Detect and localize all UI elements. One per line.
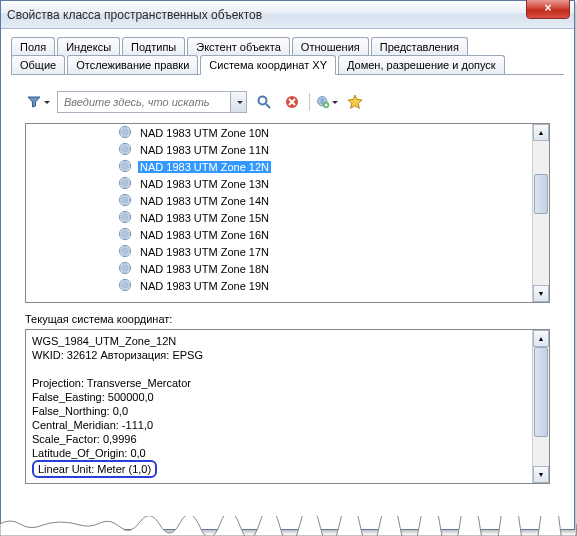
details-line xyxy=(32,362,526,376)
crs-item-label: NAD 1983 UTM Zone 11N xyxy=(138,144,271,156)
close-button[interactable]: × xyxy=(526,0,570,19)
search-go-button[interactable] xyxy=(253,91,275,113)
globe-icon xyxy=(118,278,132,294)
globe-icon xyxy=(118,142,132,158)
crs-item[interactable]: NAD 1983 UTM Zone 12N xyxy=(116,158,532,175)
crs-item[interactable]: NAD 1983 UTM Zone 13N xyxy=(116,175,532,192)
clear-icon xyxy=(284,94,300,110)
scroll-up[interactable]: ▲ xyxy=(533,124,549,141)
crs-item[interactable]: NAD 1983 UTM Zone 18N xyxy=(116,260,532,277)
crs-list-inner[interactable]: NAD 1983 UTM Zone 10NNAD 1983 UTM Zone 1… xyxy=(26,124,532,302)
crs-item-label: NAD 1983 UTM Zone 15N xyxy=(138,212,271,224)
details-scrollbar[interactable]: ▲ ▼ xyxy=(532,330,549,483)
tab-general[interactable]: Общие xyxy=(11,55,65,74)
search-dropdown[interactable] xyxy=(230,92,246,112)
details-line: Latitude_Of_Origin: 0,0 xyxy=(32,446,526,460)
search-icon xyxy=(256,94,272,110)
details-line: Scale_Factor: 0,9996 xyxy=(32,432,526,446)
favorites-button[interactable] xyxy=(344,91,366,113)
separator xyxy=(309,93,310,111)
svg-line-1 xyxy=(266,104,270,108)
crs-item[interactable]: NAD 1983 UTM Zone 11N xyxy=(116,141,532,158)
content-area: Поля Индексы Подтипы Экстент объекта Отн… xyxy=(1,29,574,502)
add-cs-button[interactable] xyxy=(316,91,338,113)
tab-domain[interactable]: Домен, разрешение и допуск xyxy=(338,55,505,74)
clear-button[interactable] xyxy=(281,91,303,113)
globe-icon xyxy=(118,125,132,141)
details-line: WGS_1984_UTM_Zone_12N xyxy=(32,334,526,348)
details-frame: WGS_1984_UTM_Zone_12NWKID: 32612 Авториз… xyxy=(25,329,550,484)
crs-item-label: NAD 1983 UTM Zone 14N xyxy=(138,195,271,207)
crs-item-label: NAD 1983 UTM Zone 13N xyxy=(138,178,271,190)
details-line: WKID: 32612 Авторизация: EPSG xyxy=(32,348,526,362)
crs-item[interactable]: NAD 1983 UTM Zone 17N xyxy=(116,243,532,260)
current-cs-label: Текущая система координат: xyxy=(25,313,550,325)
xy-cs-panel: NAD 1983 UTM Zone 10NNAD 1983 UTM Zone 1… xyxy=(11,81,564,494)
details-line-highlighted: Linear Unit: Meter (1,0) xyxy=(32,460,526,478)
search-field[interactable] xyxy=(58,96,230,108)
crs-item-label: NAD 1983 UTM Zone 18N xyxy=(138,263,271,275)
globe-icon xyxy=(118,261,132,277)
globe-icon xyxy=(118,176,132,192)
crs-item[interactable]: NAD 1983 UTM Zone 19N xyxy=(116,277,532,294)
scroll-down[interactable]: ▼ xyxy=(533,285,549,302)
chevron-down-icon xyxy=(44,101,50,104)
crs-item-label: NAD 1983 UTM Zone 17N xyxy=(138,246,271,258)
globe-icon xyxy=(118,210,132,226)
scroll-thumb[interactable] xyxy=(534,347,548,437)
funnel-icon xyxy=(26,93,42,111)
tab-xy-cs[interactable]: Система координат XY xyxy=(200,55,336,74)
linear-unit-highlight: Linear Unit: Meter (1,0) xyxy=(32,460,157,478)
properties-window: Свойства класса пространственных объекто… xyxy=(0,0,575,530)
crs-item[interactable]: NAD 1983 UTM Zone 10N xyxy=(116,124,532,141)
window-title: Свойства класса пространственных объекто… xyxy=(7,8,262,22)
details-text: WGS_1984_UTM_Zone_12NWKID: 32612 Авториз… xyxy=(26,330,532,483)
tab-indexes[interactable]: Индексы xyxy=(57,37,120,56)
scroll-thumb[interactable] xyxy=(534,174,548,214)
tab-subtypes[interactable]: Подтипы xyxy=(122,37,185,56)
scroll-down[interactable]: ▼ xyxy=(533,466,549,483)
globe-icon xyxy=(118,227,132,243)
close-icon: × xyxy=(544,1,551,15)
tab-representations[interactable]: Представления xyxy=(371,37,468,56)
chevron-down-icon xyxy=(237,101,243,104)
details-line: Central_Meridian: -111,0 xyxy=(32,418,526,432)
details-line: False_Northing: 0,0 xyxy=(32,404,526,418)
star-icon xyxy=(347,94,363,110)
crs-item[interactable]: NAD 1983 UTM Zone 14N xyxy=(116,192,532,209)
globe-plus-icon xyxy=(316,93,330,111)
toolbar xyxy=(25,91,550,113)
tab-fields[interactable]: Поля xyxy=(11,37,55,56)
tab-extent[interactable]: Экстент объекта xyxy=(187,37,290,56)
globe-icon xyxy=(118,193,132,209)
crs-item-label: NAD 1983 UTM Zone 16N xyxy=(138,229,271,241)
tab-relations[interactable]: Отношения xyxy=(292,37,369,56)
globe-icon xyxy=(118,159,132,175)
tab-row-1: Поля Индексы Подтипы Экстент объекта Отн… xyxy=(11,37,564,56)
tab-container: Поля Индексы Подтипы Экстент объекта Отн… xyxy=(11,37,564,75)
scroll-up[interactable]: ▲ xyxy=(533,330,549,347)
scrollbar[interactable]: ▲ ▼ xyxy=(532,124,549,302)
search-input[interactable] xyxy=(57,91,247,113)
filter-button[interactable] xyxy=(25,91,51,113)
crs-item[interactable]: NAD 1983 UTM Zone 15N xyxy=(116,209,532,226)
crs-item-label: NAD 1983 UTM Zone 10N xyxy=(138,127,271,139)
torn-edge-decoration xyxy=(0,516,577,536)
chevron-down-icon xyxy=(332,101,338,104)
details-line: False_Easting: 500000,0 xyxy=(32,390,526,404)
tab-row-2: Общие Отслеживание правки Система коорди… xyxy=(11,55,564,75)
crs-list: NAD 1983 UTM Zone 10NNAD 1983 UTM Zone 1… xyxy=(25,123,550,303)
svg-point-0 xyxy=(259,97,267,105)
crs-item-label: NAD 1983 UTM Zone 19N xyxy=(138,280,271,292)
titlebar: Свойства класса пространственных объекто… xyxy=(1,1,574,29)
globe-icon xyxy=(118,244,132,260)
crs-item[interactable]: NAD 1983 UTM Zone 16N xyxy=(116,226,532,243)
details-line: Projection: Transverse_Mercator xyxy=(32,376,526,390)
crs-item-label: NAD 1983 UTM Zone 12N xyxy=(138,161,271,173)
tab-editor-tracking[interactable]: Отслеживание правки xyxy=(67,55,198,74)
